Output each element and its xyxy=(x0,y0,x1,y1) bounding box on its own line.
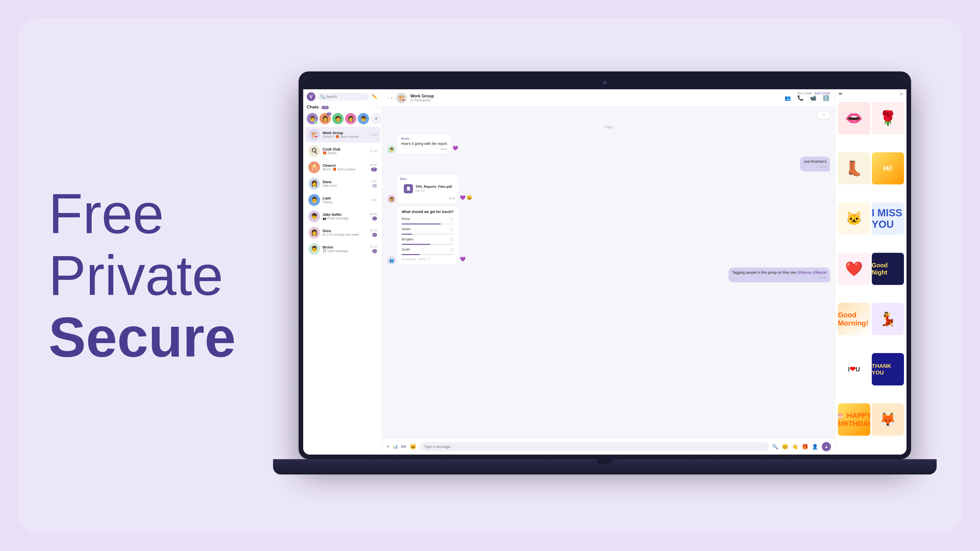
msg-avatar-dora: 👩 xyxy=(387,195,396,203)
headline-line1: Free xyxy=(48,183,164,245)
sticker-hearts[interactable]: ❤️ xyxy=(838,253,870,285)
poll-option-label-salad: Salad♡ xyxy=(402,227,454,233)
sticker-good-night[interactable]: Good Night xyxy=(872,253,904,285)
sticker-hi-yellow[interactable]: Hi! xyxy=(872,152,904,185)
file-size: 244 KB xyxy=(415,189,452,193)
search-icon: 🔍 xyxy=(320,94,325,99)
chat-unread-dora: 9 xyxy=(372,233,377,237)
chat-item-dora[interactable]: 👩 Dora Hi :) I'm coming next week! 10:30… xyxy=(305,225,380,241)
stories-row: 👨 👩 11 🧑 xyxy=(303,111,382,126)
user-tag-button[interactable]: 👤 xyxy=(812,444,818,450)
send-button[interactable]: ▲ xyxy=(822,442,831,451)
poll-option-label-sushi: Sushi♡ xyxy=(402,248,454,253)
poll-option-pizza[interactable]: Pizza♡ xyxy=(402,217,454,224)
sticker-toggle-button[interactable]: 🐱 xyxy=(410,443,417,450)
sticker-panel-close[interactable]: ✕ xyxy=(900,92,903,97)
chat-info-jake: Jake Geller 📷 Photo message xyxy=(323,213,367,220)
emoji-button[interactable]: 😊 xyxy=(782,444,788,450)
sticker-cookie[interactable]: 🦊 xyxy=(872,403,904,436)
search-chat-button[interactable]: 🔍 xyxy=(772,444,778,450)
chat-avatar-cheers: 🥂 xyxy=(308,162,320,173)
sticker-lips[interactable]: 👄 xyxy=(838,102,870,135)
msg-avatar-bruno: 👨 xyxy=(387,145,396,154)
attach-button[interactable]: + xyxy=(387,443,390,450)
file-attachment: 📄 TPS_Reports_Files.pdf 244 KB xyxy=(400,182,455,196)
chat-time-cook-club: 11:10 xyxy=(370,149,377,152)
chat-item-cook-club[interactable]: 🍳 Cook Club 🎁 Sticker 11:10 xyxy=(305,143,380,159)
story-avatar-5[interactable]: 👦 xyxy=(358,113,369,124)
chat-item-bruno[interactable]: 👨 Bruno 🎵 Voice message 10:30 6 xyxy=(305,241,380,257)
msg-time-5: 09:49 xyxy=(732,276,826,280)
gif-button[interactable]: GIF xyxy=(401,445,407,448)
chat-time-cheers: 09:50 xyxy=(370,164,377,167)
chat-unread-bruno: 6 xyxy=(372,249,377,253)
sticker-happy-birthday[interactable]: 🎂 HAPPY BIRTHDAY xyxy=(838,403,870,436)
sticker-rose[interactable]: 🌹 xyxy=(872,102,904,135)
chat-unread-dana: 1 xyxy=(372,184,377,188)
message-row-3: 👩 Dora 📄 TPS_Reports_Files.pdf xyxy=(387,175,830,203)
message-row-poll: 👥 What should we get for lunch? Pizza♡ xyxy=(387,206,830,265)
tag-danny: @Danny xyxy=(797,270,811,275)
chat-time-work-group: 11:28 xyxy=(370,133,377,136)
more-menu-button[interactable]: ··· xyxy=(374,104,379,110)
sticker-cat-love[interactable]: 🐱 xyxy=(838,203,870,235)
msg-time-1: 09:46 xyxy=(401,148,447,151)
chat-preview-liam: Typing... xyxy=(323,200,369,204)
forward-button[interactable]: › xyxy=(391,95,393,100)
file-name: TPS_Reports_Files.pdf xyxy=(415,184,452,189)
story-badge-2: 11 xyxy=(327,113,331,116)
sidebar: V 🔍 ✏️ Chats xyxy=(303,89,382,454)
poll-option-label-pizza: Pizza♡ xyxy=(402,217,454,222)
msg-text-2: Just finished it xyxy=(803,159,826,164)
chat-info-dana: Dana Vote now!! xyxy=(323,180,369,187)
headline-line2: Private xyxy=(48,244,223,307)
active-chat-avatar: 🏗️ xyxy=(396,93,407,103)
chat-item-dana[interactable]: 👩 Dana Vote now!! 9:00 1 xyxy=(305,176,380,192)
story-avatar-4[interactable]: 👩 xyxy=(345,113,356,124)
nav-arrows: ‹ › xyxy=(387,95,393,100)
compose-button[interactable]: ✏️ xyxy=(371,93,379,100)
chat-name-bruno: Bruno xyxy=(323,245,367,249)
message-input[interactable] xyxy=(420,442,769,451)
poll-option-burgers[interactable]: Burgers♡ xyxy=(402,237,454,245)
stats-button[interactable]: 📊 xyxy=(393,444,398,449)
chat-time-bruno: 10:30 xyxy=(370,245,377,248)
sticker-i-love-you[interactable]: I ❤ U xyxy=(838,353,870,386)
camera-notch xyxy=(603,81,607,85)
poll-bar-bg-salad xyxy=(402,233,454,235)
file-icon: 📄 xyxy=(404,184,413,193)
back-button[interactable]: ‹ xyxy=(387,95,389,100)
chat-item-cheers[interactable]: 🥂 Cheers! Bruno: 🎁 Sent a sticker 09:50 … xyxy=(305,159,380,175)
poll-option-label-burgers: Burgers♡ xyxy=(402,237,454,243)
sticker-boots-char[interactable]: 👢 xyxy=(838,152,870,185)
chat-item-work-group[interactable]: 🏗️ Work Group Daniel P. 🎁 Sent a sticker… xyxy=(305,127,380,143)
sticker-good-morning[interactable]: Good Morning! xyxy=(838,303,870,335)
file-info: TPS_Reports_Files.pdf 244 KB xyxy=(415,184,452,193)
chat-item-jake[interactable]: 👦 Jake Geller 📷 Photo message 09:25 1 xyxy=(305,208,380,224)
poll-option-sushi[interactable]: Sushi♡ xyxy=(402,248,454,255)
add-contact-button[interactable]: + xyxy=(371,113,382,124)
chat-name-jake: Jake Geller xyxy=(323,213,367,217)
chat-time-jake: 09:25 xyxy=(370,213,377,216)
story-avatar-1[interactable]: 👨 xyxy=(307,113,318,124)
add-credit-button[interactable]: Add Credit xyxy=(815,91,830,95)
viber-logo[interactable]: V xyxy=(307,92,315,101)
active-chat-info: Work Group 22 Participants xyxy=(410,94,780,102)
chat-preview-cheers: Bruno: 🎁 Sent a sticker xyxy=(323,168,367,171)
poll-option-salad[interactable]: Salad♡ xyxy=(402,227,454,235)
story-avatar-2[interactable]: 👩 11 xyxy=(320,113,331,124)
sticker-dancing-girl[interactable]: 💃 xyxy=(872,303,904,335)
chat-avatar-liam: 👨 xyxy=(308,194,320,206)
story-avatar-3[interactable]: 🧑 xyxy=(332,113,344,124)
chat-item-liam[interactable]: 👨 Liam Typing... 8:00 xyxy=(305,192,380,208)
chat-info-dora: Dora Hi :) I'm coming next week! xyxy=(323,229,367,237)
hi-sticker-button[interactable]: 👋 xyxy=(792,444,798,450)
msg-text-1: How's it going with the report xyxy=(401,141,447,146)
search-input[interactable] xyxy=(318,93,369,100)
sticker-thank-you[interactable]: THANK YOU xyxy=(872,353,904,386)
sticker-miss-you[interactable]: I MISS YOU xyxy=(872,203,904,235)
chat-meta-bruno: 10:30 6 xyxy=(370,245,377,253)
chat-info-cheers: Cheers! Bruno: 🎁 Sent a sticker xyxy=(323,164,367,171)
participants-button[interactable]: 👥 xyxy=(783,94,792,102)
gift-button[interactable]: 🎁 xyxy=(802,444,808,450)
